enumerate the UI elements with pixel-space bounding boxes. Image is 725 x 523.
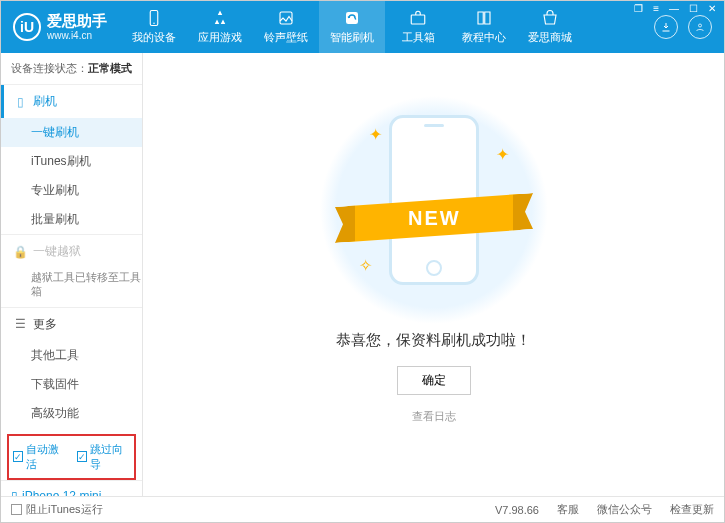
nav-label: 应用游戏 [198,30,242,45]
sidebar-label: 刷机 [33,93,57,110]
checkbox-icon [11,504,22,515]
download-button[interactable] [654,15,678,39]
nav-toolbox[interactable]: 工具箱 [385,1,451,53]
book-icon [475,9,493,27]
nav-label: 铃声壁纸 [264,30,308,45]
nav-label: 教程中心 [462,30,506,45]
checkbox-icon: ✓ [13,451,23,462]
logo-icon: iU [13,13,41,41]
sidebar-label: 一键越狱 [33,243,81,260]
account-button[interactable] [688,15,712,39]
sidebar-item-other-tools[interactable]: 其他工具 [1,341,142,370]
minimize-button[interactable]: — [665,3,683,14]
phone-icon [145,9,163,27]
nav-apps[interactable]: 应用游戏 [187,1,253,53]
sidebar-item-pro-flash[interactable]: 专业刷机 [1,176,142,205]
title-bar: ❐ ≡ — ☐ ✕ iU 爱思助手 www.i4.cn 我的设备 应用游戏 [1,1,724,53]
sidebar-item-itunes-flash[interactable]: iTunes刷机 [1,147,142,176]
version-label: V7.98.66 [495,504,539,516]
checkbox-block-itunes[interactable]: 阻止iTunes运行 [11,502,103,517]
sidebar-item-download-firmware[interactable]: 下载固件 [1,370,142,399]
main-content: ✦ ✦ ✧ NEW 恭喜您，保资料刷机成功啦！ 确定 查看日志 [143,53,724,496]
logo: iU 爱思助手 www.i4.cn [1,13,121,41]
sidebar-jailbreak-header: 🔒 一键越狱 [1,235,142,268]
skin-button[interactable]: ❐ [630,3,647,14]
close-button[interactable]: ✕ [704,3,720,14]
sidebar: 设备连接状态：正常模式 ▯ 刷机 一键刷机 iTunes刷机 专业刷机 批量刷机… [1,53,143,496]
svg-rect-4 [411,15,425,24]
device-info[interactable]: ▯ iPhone 12 mini 64GB Down-12mini-13,1 [1,480,142,496]
nav-label: 我的设备 [132,30,176,45]
status-bar: 阻止iTunes运行 V7.98.66 客服 微信公众号 检查更新 [1,496,724,522]
nav-tutorials[interactable]: 教程中心 [451,1,517,53]
sidebar-more-header[interactable]: ☰ 更多 [1,308,142,341]
ribbon-text: NEW [407,207,460,230]
menu-button[interactable]: ≡ [649,3,663,14]
header-right [642,15,724,39]
lock-icon: 🔒 [13,245,27,259]
nav-my-device[interactable]: 我的设备 [121,1,187,53]
connection-status: 设备连接状态：正常模式 [1,53,142,84]
device-name: ▯ iPhone 12 mini [11,489,132,496]
phone-icon: ▯ [13,95,27,109]
nav-flash[interactable]: 智能刷机 [319,1,385,53]
apps-icon [211,9,229,27]
main-nav: 我的设备 应用游戏 铃声壁纸 智能刷机 工具箱 教程中心 [121,1,642,53]
check-update-link[interactable]: 检查更新 [670,502,714,517]
phone-icon: ▯ [11,489,18,496]
wallpaper-icon [277,9,295,27]
store-icon [541,9,559,27]
sidebar-flash-header[interactable]: ▯ 刷机 [1,85,142,118]
svg-point-5 [699,24,702,27]
sidebar-label: 更多 [33,316,57,333]
nav-label: 工具箱 [402,30,435,45]
nav-store[interactable]: 爱思商城 [517,1,583,53]
maximize-button[interactable]: ☐ [685,3,702,14]
nav-ringtones[interactable]: 铃声壁纸 [253,1,319,53]
checkbox-icon: ✓ [77,451,87,462]
sidebar-item-batch-flash[interactable]: 批量刷机 [1,205,142,234]
wechat-link[interactable]: 微信公众号 [597,502,652,517]
checkbox-auto-activate[interactable]: ✓ 自动激活 [13,442,67,472]
svg-point-1 [153,23,155,25]
view-log-link[interactable]: 查看日志 [412,409,456,424]
success-illustration: ✦ ✦ ✧ NEW [349,105,519,305]
flash-icon [343,9,361,27]
checkbox-skip-guide[interactable]: ✓ 跳过向导 [77,442,131,472]
body: 设备连接状态：正常模式 ▯ 刷机 一键刷机 iTunes刷机 专业刷机 批量刷机… [1,53,724,496]
svg-rect-3 [346,12,358,24]
jailbreak-note: 越狱工具已转移至工具箱 [1,268,142,307]
support-link[interactable]: 客服 [557,502,579,517]
nav-label: 智能刷机 [330,30,374,45]
options-box: ✓ 自动激活 ✓ 跳过向导 [7,434,136,480]
ok-button[interactable]: 确定 [397,366,471,395]
sidebar-item-oneclick-flash[interactable]: 一键刷机 [1,118,142,147]
nav-label: 爱思商城 [528,30,572,45]
app-window: ❐ ≡ — ☐ ✕ iU 爱思助手 www.i4.cn 我的设备 应用游戏 [0,0,725,523]
app-title: 爱思助手 [47,13,107,30]
list-icon: ☰ [13,317,27,331]
toolbox-icon [409,9,427,27]
sidebar-item-advanced[interactable]: 高级功能 [1,399,142,428]
app-url: www.i4.cn [47,30,107,41]
success-message: 恭喜您，保资料刷机成功啦！ [336,331,531,350]
window-controls: ❐ ≡ — ☐ ✕ [630,3,720,14]
